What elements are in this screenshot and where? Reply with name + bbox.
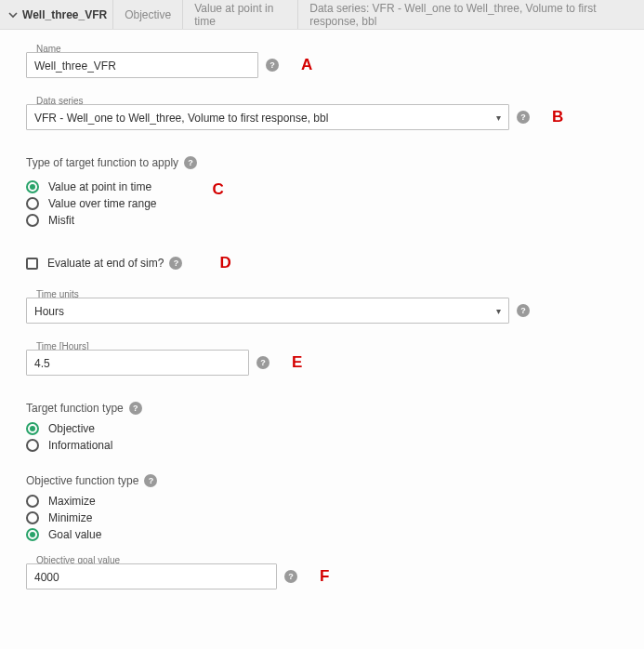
name-value: Well_three_VFR — [34, 60, 116, 73]
goal-value-input[interactable]: 4000 — [26, 563, 277, 589]
chevron-down-icon: ▾ — [496, 113, 501, 123]
help-icon[interactable]: ? — [184, 156, 197, 169]
help-icon[interactable]: ? — [517, 304, 530, 317]
header-bar: Well_three_VFR Objective Value at point … — [0, 0, 644, 30]
evaluate-end-checkbox[interactable]: Evaluate at end of sim? — [26, 257, 164, 270]
target-fn-label: Type of target function to apply — [26, 156, 178, 169]
target-type-group: Target function type ? Objective Informa… — [26, 402, 618, 452]
help-icon[interactable]: ? — [256, 356, 269, 369]
radio-minimize[interactable]: Minimize — [26, 511, 618, 524]
obj-type-label: Objective function type — [26, 474, 138, 487]
radio-label: Informational — [48, 439, 112, 452]
time-units-select[interactable]: Hours ▾ — [26, 298, 509, 324]
breadcrumb-objective[interactable]: Objective — [112, 0, 182, 29]
radio-label: Value at point in time — [48, 180, 151, 193]
time-units-value: Hours — [34, 305, 64, 318]
radio-icon — [26, 197, 39, 210]
radio-label: Value over time range — [48, 197, 157, 210]
data-series-select[interactable]: VFR - Well_one to Well_three, Volume to … — [26, 104, 509, 130]
annotation-b: B — [552, 108, 563, 126]
radio-label: Misfit — [48, 214, 74, 227]
radio-icon — [26, 180, 39, 193]
radio-objective[interactable]: Objective — [26, 422, 618, 435]
radio-icon — [26, 422, 39, 435]
help-icon[interactable]: ? — [266, 59, 279, 72]
breadcrumb-series[interactable]: Data series: VFR - Well_one to Well_thre… — [297, 0, 638, 29]
annotation-f: F — [320, 567, 329, 586]
radio-value-at-point[interactable]: Value at point in time — [26, 180, 157, 193]
radio-label: Objective — [48, 422, 95, 435]
radio-informational[interactable]: Informational — [26, 439, 618, 452]
radio-label: Minimize — [48, 511, 92, 524]
help-icon[interactable]: ? — [129, 402, 142, 415]
form-body: Name Well_three_VFR ? A Data series VFR … — [0, 30, 644, 617]
radio-goal-value[interactable]: Goal value — [26, 528, 618, 541]
help-icon[interactable]: ? — [517, 111, 530, 124]
radio-misfit[interactable]: Misfit — [26, 214, 157, 227]
evaluate-end-label: Evaluate at end of sim? — [47, 257, 164, 270]
radio-label: Maximize — [48, 495, 96, 508]
breadcrumb-value[interactable]: Value at point in time — [182, 0, 297, 29]
radio-icon — [26, 495, 39, 508]
goal-value: 4000 — [34, 571, 59, 584]
time-value: 4.5 — [34, 357, 50, 370]
data-series-value: VFR - Well_one to Well_three, Volume to … — [34, 112, 328, 125]
radio-label: Goal value — [48, 528, 101, 541]
annotation-a: A — [301, 56, 312, 74]
chevron-down-icon: ▾ — [496, 306, 501, 316]
obj-type-group: Objective function type ? Maximize Minim… — [26, 474, 618, 541]
help-icon[interactable]: ? — [144, 474, 157, 487]
time-input[interactable]: 4.5 — [26, 350, 249, 376]
radio-value-over-range[interactable]: Value over time range — [26, 197, 157, 210]
header-title: Well_three_VFR — [20, 8, 112, 21]
radio-icon — [26, 511, 39, 524]
checkbox-icon — [26, 258, 38, 270]
target-type-label: Target function type — [26, 402, 124, 415]
annotation-e: E — [292, 353, 302, 372]
chevron-down-icon[interactable] — [6, 10, 20, 20]
annotation-c: C — [213, 180, 224, 199]
target-fn-group: Type of target function to apply ? Value… — [26, 156, 618, 231]
radio-icon — [26, 214, 39, 227]
help-icon[interactable]: ? — [284, 570, 297, 583]
radio-icon — [26, 528, 39, 541]
help-icon[interactable]: ? — [169, 257, 182, 270]
name-input[interactable]: Well_three_VFR — [26, 52, 258, 78]
annotation-d: D — [219, 254, 230, 272]
radio-icon — [26, 439, 39, 452]
radio-maximize[interactable]: Maximize — [26, 495, 618, 508]
